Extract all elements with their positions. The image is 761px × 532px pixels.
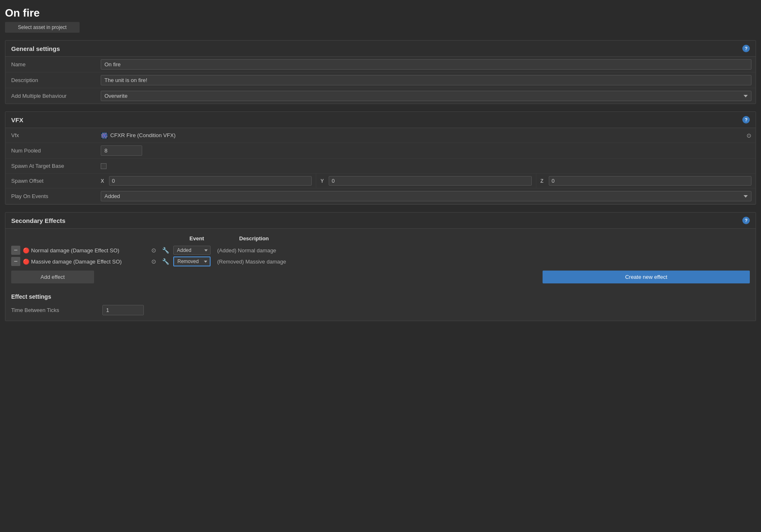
- vfx-title: VFX: [11, 116, 23, 123]
- effect-settings-title: Effect settings: [11, 293, 750, 300]
- spawn-z-group: Z: [536, 174, 756, 188]
- secondary-effects-section: Secondary Effects ? Event Description − …: [5, 212, 756, 321]
- effect-2-description: (Removed) Massive damage: [213, 259, 750, 265]
- effect-2-name: 🔴 Massive damage (Damage Effect SO): [23, 259, 147, 265]
- name-input[interactable]: [101, 59, 751, 70]
- name-value-container: [97, 57, 756, 72]
- num-pooled-row: Num Pooled: [5, 143, 756, 159]
- vfx-file-icon: 🎆: [101, 132, 108, 139]
- create-effect-button[interactable]: Create new effect: [543, 271, 750, 283]
- num-pooled-input[interactable]: [101, 145, 142, 156]
- general-settings-title: General settings: [11, 45, 60, 52]
- play-on-events-label: Play On Events: [5, 190, 97, 203]
- effect-1-icon: 🔴: [23, 247, 29, 254]
- description-value-container: [97, 73, 756, 88]
- add-multiple-select[interactable]: Overwrite Stack Ignore: [101, 91, 751, 101]
- vfx-section: VFX ? Vfx 🎆 CFXR Fire (Condition VFX) ⊙ …: [5, 111, 756, 205]
- spawn-x-input[interactable]: [109, 176, 312, 186]
- spawn-y-label: Y: [320, 178, 326, 184]
- effect-1-remove-btn[interactable]: −: [11, 246, 20, 255]
- spawn-x-label: X: [101, 178, 107, 184]
- num-pooled-label: Num Pooled: [5, 144, 97, 157]
- time-between-input[interactable]: [102, 305, 144, 315]
- effect-2-event-select[interactable]: Added Removed Tick: [173, 256, 211, 266]
- secondary-effects-title: Secondary Effects: [11, 217, 65, 224]
- play-on-events-select[interactable]: Added Removed Tick: [101, 191, 751, 201]
- select-asset-button[interactable]: Select asset in project: [5, 22, 80, 33]
- time-between-value: [102, 305, 750, 315]
- description-label: Description: [5, 74, 97, 87]
- spawn-offset-label: Spawn Offset: [5, 174, 97, 187]
- description-input[interactable]: [101, 75, 751, 85]
- play-on-events-row: Play On Events Added Removed Tick: [5, 189, 756, 204]
- effect-2-label: Massive damage (Damage Effect SO): [31, 259, 122, 265]
- add-multiple-value-container: Overwrite Stack Ignore: [97, 88, 756, 104]
- play-on-events-value-container: Added Removed Tick: [97, 189, 756, 204]
- effect-1-target-btn[interactable]: ⊙: [150, 247, 158, 254]
- effect-1-description: (Added) Normal damage: [213, 247, 750, 254]
- spawn-at-target-checkbox[interactable]: [101, 163, 107, 169]
- spawn-z-input[interactable]: [549, 176, 751, 186]
- page-title: On fire: [5, 7, 756, 19]
- effects-footer: Add effect Create new effect: [11, 271, 750, 285]
- effect-2-remove-btn[interactable]: −: [11, 257, 20, 266]
- vfx-field-row: Vfx 🎆 CFXR Fire (Condition VFX) ⊙: [5, 128, 756, 143]
- effect-1-name: 🔴 Normal damage (Damage Effect SO): [23, 247, 147, 254]
- effect-settings-section: Effect settings Time Between Ticks: [5, 289, 756, 321]
- spawn-y-input[interactable]: [329, 176, 531, 186]
- name-row: Name: [5, 57, 756, 73]
- spawn-offset-fields: X Y Z: [97, 174, 756, 188]
- description-row: Description: [5, 73, 756, 88]
- effects-header-event: Event: [185, 235, 235, 242]
- vfx-name: CFXR Fire (Condition VFX): [110, 132, 175, 138]
- effect-1-event-select[interactable]: Added Removed Tick: [173, 246, 211, 255]
- effect-2-target-btn[interactable]: ⊙: [150, 258, 158, 265]
- add-effect-button[interactable]: Add effect: [11, 271, 94, 283]
- spawn-at-target-checkbox-container: [97, 161, 111, 172]
- vfx-help-icon[interactable]: ?: [742, 116, 750, 123]
- add-multiple-label: Add Multiple Behaviour: [5, 89, 97, 102]
- spawn-y-group: Y: [316, 174, 536, 188]
- effects-table: Event Description − 🔴 Normal damage (Dam…: [5, 229, 756, 289]
- spawn-at-target-label: Spawn At Target Base: [5, 160, 97, 172]
- vfx-value-container: 🎆 CFXR Fire (Condition VFX) ⊙: [97, 130, 756, 141]
- effect-row-2: − 🔴 Massive damage (Damage Effect SO) ⊙ …: [11, 256, 750, 266]
- num-pooled-value-container: [97, 143, 756, 158]
- spawn-x-group: X: [97, 174, 316, 188]
- time-between-label: Time Between Ticks: [11, 307, 102, 313]
- spawn-z-label: Z: [540, 178, 546, 184]
- effect-row-1: − 🔴 Normal damage (Damage Effect SO) ⊙ 🔧…: [11, 246, 750, 255]
- secondary-effects-help-icon[interactable]: ?: [742, 217, 750, 224]
- effects-header-desc: Description: [235, 235, 750, 242]
- general-settings-section: General settings ? Name Description Add …: [5, 40, 756, 104]
- effect-2-icon: 🔴: [23, 259, 29, 265]
- general-settings-help-icon[interactable]: ?: [742, 45, 750, 52]
- spawn-offset-row: Spawn Offset X Y Z: [5, 174, 756, 189]
- vfx-target-icon[interactable]: ⊙: [746, 132, 751, 139]
- time-between-row: Time Between Ticks: [11, 303, 750, 317]
- spawn-at-target-row: Spawn At Target Base: [5, 159, 756, 174]
- name-label: Name: [5, 58, 97, 71]
- effects-header: Event Description: [11, 233, 750, 244]
- vfx-label: Vfx: [5, 129, 97, 142]
- effect-2-settings-btn[interactable]: 🔧: [160, 258, 171, 265]
- effect-1-settings-btn[interactable]: 🔧: [160, 247, 171, 254]
- add-multiple-row: Add Multiple Behaviour Overwrite Stack I…: [5, 88, 756, 104]
- effect-1-label: Normal damage (Damage Effect SO): [31, 247, 119, 254]
